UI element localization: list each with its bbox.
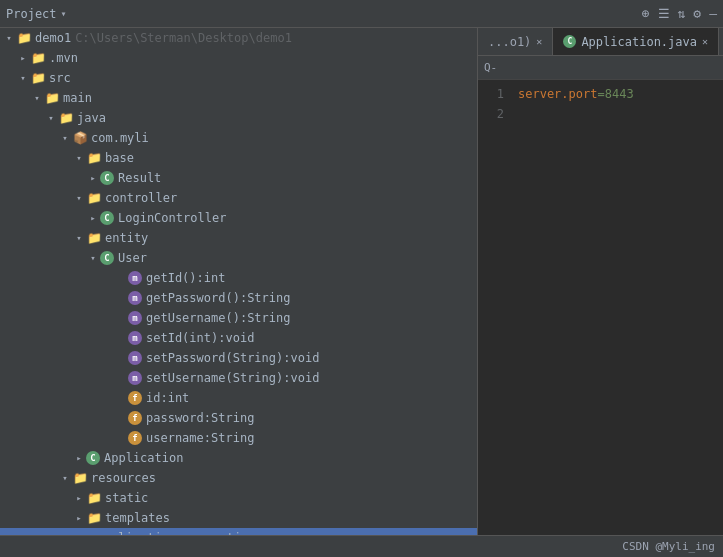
field-icon-id: f [128, 391, 142, 405]
tree-item-mvn[interactable]: 📁 .mvn [0, 48, 477, 68]
toolbar: Project ▾ ⊕ ☰ ⇅ ⚙ – [0, 0, 723, 28]
label-entity: entity [105, 231, 148, 245]
tree-item-application[interactable]: C Application [0, 448, 477, 468]
label-field-username: username:String [146, 431, 254, 445]
dropdown-arrow[interactable]: ▾ [61, 8, 67, 19]
folder-icon-base: 📁 [86, 150, 102, 166]
label-setusername: setUsername(String):void [146, 371, 319, 385]
tree-item-java[interactable]: 📁 java [0, 108, 477, 128]
path-demo1: C:\Users\Sterman\Desktop\demo1 [75, 31, 292, 45]
folder-icon-src: 📁 [30, 70, 46, 86]
code-line-1: server.port=8443 [514, 84, 723, 104]
tree-item-field-password[interactable]: f password:String [0, 408, 477, 428]
tree-item-templates[interactable]: 📁 templates [0, 508, 477, 528]
arrow-result [86, 173, 100, 183]
tree-item-setpassword[interactable]: m setPassword(String):void [0, 348, 477, 368]
project-label: Project [6, 7, 57, 21]
label-application: Application [104, 451, 183, 465]
list-icon[interactable]: ☰ [658, 6, 670, 21]
folder-icon-demo1: 📁 [16, 30, 32, 46]
label-controller: controller [105, 191, 177, 205]
label-main: main [63, 91, 92, 105]
code-lines[interactable]: server.port=8443 [514, 84, 723, 535]
label-getid: getId():int [146, 271, 225, 285]
add-icon[interactable]: ⊕ [642, 6, 650, 21]
project-tree: 📁 demo1 C:\Users\Sterman\Desktop\demo1 📁… [0, 28, 478, 535]
tree-item-getid[interactable]: m getId():int [0, 268, 477, 288]
app-icon-application: C [86, 451, 100, 465]
tree-item-application-properties[interactable]: ⚙ application.properties [0, 528, 477, 535]
line-number-2: 2 [478, 104, 504, 124]
tree-item-static[interactable]: 📁 static [0, 488, 477, 508]
arrow-demo1 [2, 33, 16, 43]
method-icon-getusername: m [128, 311, 142, 325]
label-templates: templates [105, 511, 170, 525]
tree-item-getusername[interactable]: m getUsername():String [0, 308, 477, 328]
tree-item-result[interactable]: C Result [0, 168, 477, 188]
arrow-templates [72, 513, 86, 523]
method-icon-setid: m [128, 331, 142, 345]
settings-icon[interactable]: ⚙ [693, 6, 701, 21]
label-resources: resources [91, 471, 156, 485]
arrow-application [72, 453, 86, 463]
folder-icon-templates: 📁 [86, 510, 102, 526]
label-base: base [105, 151, 134, 165]
search-icon: Q- [484, 61, 497, 74]
label-result: Result [118, 171, 161, 185]
arrow-main [30, 93, 44, 103]
status-text: CSDN @Myli_ing [622, 540, 715, 553]
tree-item-controller[interactable]: 📁 controller [0, 188, 477, 208]
method-icon-setusername: m [128, 371, 142, 385]
tree-item-field-username[interactable]: f username:String [0, 428, 477, 448]
folder-icon-mvn: 📁 [30, 50, 46, 66]
tree-item-field-id[interactable]: f id:int [0, 388, 477, 408]
method-icon-getid: m [128, 271, 142, 285]
sort-icon[interactable]: ⇅ [678, 6, 686, 21]
tree-item-src[interactable]: 📁 src [0, 68, 477, 88]
tab-close-unknown[interactable]: ✕ [536, 36, 542, 47]
tree-item-main[interactable]: 📁 main [0, 88, 477, 108]
tree-item-getpassword[interactable]: m getPassword():String [0, 288, 477, 308]
arrow-mvn [16, 53, 30, 63]
folder-icon-controller: 📁 [86, 190, 102, 206]
folder-icon-java: 📁 [58, 110, 74, 126]
label-logincontroller: LoginController [118, 211, 226, 225]
tree-item-com-myli[interactable]: 📦 com.myli [0, 128, 477, 148]
tree-item-demo1[interactable]: 📁 demo1 C:\Users\Sterman\Desktop\demo1 [0, 28, 477, 48]
tab-bar: ...o1) ✕ C Application.java ✕ C User.j..… [478, 28, 723, 56]
arrow-com-myli [58, 133, 72, 143]
tree-item-user[interactable]: C User [0, 248, 477, 268]
label-user: User [118, 251, 147, 265]
editor-search-bar: Q- [478, 56, 723, 80]
arrow-user [86, 253, 100, 263]
tab-close-application[interactable]: ✕ [702, 36, 708, 47]
tab-application-java[interactable]: C Application.java ✕ [553, 28, 719, 55]
tree-item-setid[interactable]: m setId(int):void [0, 328, 477, 348]
folder-icon-main: 📁 [44, 90, 60, 106]
tree-item-entity[interactable]: 📁 entity [0, 228, 477, 248]
arrow-resources [58, 473, 72, 483]
folder-icon-entity: 📁 [86, 230, 102, 246]
tree-item-resources[interactable]: 📁 resources [0, 468, 477, 488]
class-icon-result: C [100, 171, 114, 185]
tab-user-java[interactable]: C User.j... [719, 28, 723, 55]
field-icon-password: f [128, 411, 142, 425]
toolbar-icons: ⊕ ☰ ⇅ ⚙ – [642, 6, 717, 21]
code-value-1: =8443 [597, 87, 633, 101]
status-bar: CSDN @Myli_ing [0, 535, 723, 557]
tree-item-setusername[interactable]: m setUsername(String):void [0, 368, 477, 388]
editor-content: 1 2 server.port=8443 [478, 80, 723, 535]
minimize-icon[interactable]: – [709, 6, 717, 21]
method-icon-setpassword: m [128, 351, 142, 365]
folder-icon-static: 📁 [86, 490, 102, 506]
arrow-src [16, 73, 30, 83]
class-icon-logincontroller: C [100, 211, 114, 225]
tree-item-logincontroller[interactable]: C LoginController [0, 208, 477, 228]
label-getusername: getUsername():String [146, 311, 291, 325]
arrow-java [44, 113, 58, 123]
tab-unknown[interactable]: ...o1) ✕ [478, 28, 553, 55]
tree-item-base[interactable]: 📁 base [0, 148, 477, 168]
label-src: src [49, 71, 71, 85]
arrow-controller [72, 193, 86, 203]
folder-icon-com-myli: 📦 [72, 130, 88, 146]
